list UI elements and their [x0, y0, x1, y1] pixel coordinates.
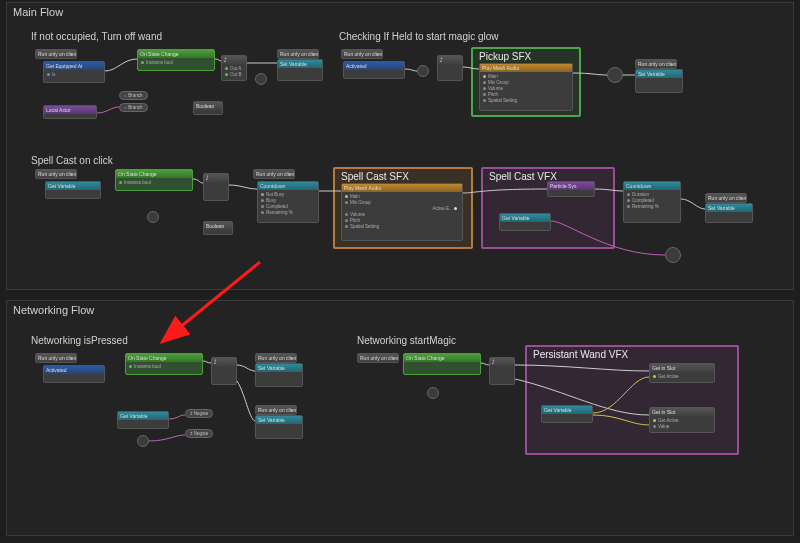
node-head: Set Variable	[256, 416, 302, 424]
node-get-equipped[interactable]: Get Equipped At Is	[43, 61, 105, 83]
node-getslot-b[interactable]: Get in Slot Get Active Value	[649, 407, 715, 433]
node-round-g[interactable]	[427, 387, 439, 399]
node-run-clients-b[interactable]: Run only on client x	[277, 49, 319, 59]
node-state-change-a[interactable]: On State Change Instance bool	[137, 49, 215, 71]
node-head: Boolean	[194, 102, 222, 110]
node-body: Get Active	[650, 372, 714, 382]
node-run-clients-h[interactable]: Run only on client x	[35, 353, 77, 363]
node-head: Set Variable	[256, 364, 302, 372]
node-round-a[interactable]	[255, 73, 267, 85]
node-body: Duration Completed Remaining %	[624, 190, 680, 212]
node-negate-a[interactable]: ± Negate	[185, 409, 213, 418]
node-run-clients-g[interactable]: Run only on client x	[705, 193, 747, 203]
group-label-castvfx: Spell Cast VFX	[489, 171, 557, 182]
node-setvar-b[interactable]: Set Variable	[635, 69, 683, 93]
node-branch-node-e[interactable]: ⤴	[489, 357, 515, 385]
node-boolean-a[interactable]: Boolean	[193, 101, 223, 115]
node-head: Get Variable	[118, 412, 168, 420]
node-run-clients-d[interactable]: Run only on client x	[635, 59, 677, 69]
node-body: Get Active Value	[650, 416, 714, 432]
node-playmesh-a[interactable]: Play Mesh Audio Main Mix Group Volume Pi…	[479, 63, 573, 111]
node-head: Activated	[44, 366, 104, 374]
node-playmesh-b[interactable]: Play Mesh Audio Main Mix Group Active E.…	[341, 183, 463, 241]
node-branch-b[interactable]: ⬦ Branch	[119, 103, 148, 112]
node-setvar-a[interactable]: Set Variable	[277, 59, 323, 81]
node-body: Not Busy Busy Completed Remaining %	[258, 190, 318, 218]
node-head: Run only on client x	[636, 60, 676, 68]
node-head: Run only on client x	[278, 50, 318, 58]
node-run-clients-c[interactable]: Run only on client x	[341, 49, 383, 59]
node-round-f[interactable]	[137, 435, 149, 447]
section-title-net: Networking Flow	[13, 304, 94, 316]
node-getvar-b[interactable]: Get Variable	[499, 213, 551, 231]
node-head: Run only on client x	[342, 50, 382, 58]
node-head: Get in Slot	[650, 364, 714, 372]
node-head: Set Variable	[636, 70, 682, 78]
node-round-b[interactable]	[417, 65, 429, 77]
section-title-main: Main Flow	[13, 6, 63, 18]
node-setvar-d[interactable]: Set Variable	[255, 363, 303, 387]
node-round-d[interactable]	[147, 211, 159, 223]
node-run-clients-i[interactable]: Run only on client x	[255, 353, 297, 363]
section-networking-flow: Networking Flow Networking isPressed Net…	[6, 300, 794, 536]
subtitle-spellclick: Spell Cast on click	[31, 155, 113, 166]
node-head: Play Mesh Audio	[342, 184, 462, 192]
node-negate-b[interactable]: ± Negate	[185, 429, 213, 438]
node-body: Is	[44, 70, 104, 80]
node-head: Boolean	[204, 222, 232, 230]
section-main-flow: Main Flow If not occupied, Turn off wand…	[6, 2, 794, 290]
node-head: ⤴	[212, 358, 236, 366]
node-head: On State Change	[138, 50, 214, 58]
node-round-c[interactable]	[607, 67, 623, 83]
node-body: Instance bool	[116, 178, 192, 188]
node-branch-node-d[interactable]: ⤴	[211, 357, 237, 385]
node-head: Get Equipped At	[44, 62, 104, 70]
node-branch-node-a[interactable]: ⤴ Out AOut B	[221, 55, 247, 81]
node-setvar-e[interactable]: Set Variable	[255, 415, 303, 439]
node-body: Out AOut B	[222, 64, 246, 80]
node-getvar-d[interactable]: Get Variable	[541, 405, 593, 423]
node-state-change-d[interactable]: On State Change	[403, 353, 481, 375]
node-round-e[interactable]	[665, 247, 681, 263]
node-run-clients-f[interactable]: Run only on client x	[253, 169, 295, 179]
node-head: Get Variable	[46, 182, 100, 190]
node-head: Run only on client x	[36, 170, 76, 178]
node-head: Get in Slot	[650, 408, 714, 416]
node-run-clients-a[interactable]: Run only on client x	[35, 49, 77, 59]
node-state-change-c[interactable]: On State Change Instance bool	[125, 353, 203, 375]
node-setvar-c[interactable]: Set Variable	[705, 203, 753, 223]
node-state-change-b[interactable]: On State Change Instance bool	[115, 169, 193, 191]
node-head: ⤴	[438, 56, 462, 64]
node-branch-node-b[interactable]: ⤴	[437, 55, 463, 81]
node-getvar-c[interactable]: Get Variable	[117, 411, 169, 429]
node-head: On State Change	[116, 170, 192, 178]
group-label-pickup: Pickup SFX	[479, 51, 531, 62]
node-head: Set Variable	[278, 60, 322, 68]
node-head: Local Actor	[44, 106, 96, 114]
node-head: On State Change	[126, 354, 202, 362]
group-wand-vfx: Persistant Wand VFX	[525, 345, 739, 455]
node-activated-b[interactable]: Activated	[43, 365, 105, 383]
node-particle-a[interactable]: Particle Sys	[547, 181, 595, 197]
node-head: Get Variable	[542, 406, 592, 414]
node-branch-node-c[interactable]: ⤴	[203, 173, 229, 201]
node-body: Instance bool	[138, 58, 214, 68]
node-activated[interactable]: Activated	[343, 61, 405, 79]
node-countdown-b[interactable]: Countdown Duration Completed Remaining %	[623, 181, 681, 223]
node-head: Countdown	[624, 182, 680, 190]
node-head: Play Mesh Audio	[480, 64, 572, 72]
node-head: Run only on client x	[256, 354, 296, 362]
node-branch-a[interactable]: ⬦ Branch	[119, 91, 148, 100]
node-countdown-a[interactable]: Countdown Not Busy Busy Completed Remain…	[257, 181, 319, 223]
node-head: Particle Sys	[548, 182, 594, 190]
node-local-actor[interactable]: Local Actor	[43, 105, 97, 119]
node-run-clients-j[interactable]: Run only on client x	[255, 405, 297, 415]
node-boolean-b[interactable]: Boolean	[203, 221, 233, 235]
node-run-clients-e[interactable]: Run only on client x	[35, 169, 77, 179]
node-run-clients-k[interactable]: Run only on client x	[357, 353, 399, 363]
node-getslot[interactable]: Get in Slot Get Active	[649, 363, 715, 383]
node-getvar-a[interactable]: Get Variable	[45, 181, 101, 199]
node-head: Run only on client x	[358, 354, 398, 362]
node-head: Run only on client x	[36, 50, 76, 58]
node-head: Run only on client x	[256, 406, 296, 414]
